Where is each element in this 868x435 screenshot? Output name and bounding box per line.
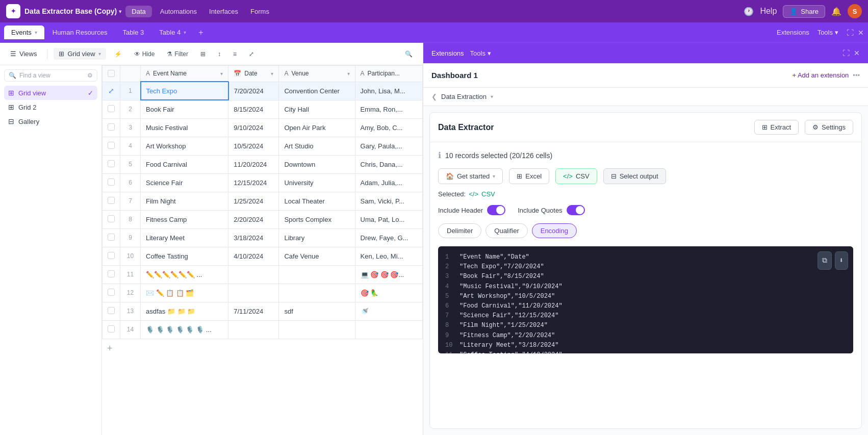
participants-cell[interactable]: Adam, Julia,... [355, 173, 422, 192]
participants-cell[interactable]: 💻 🎯 🎯 🎯... [355, 265, 422, 284]
forms-nav-link[interactable]: Forms [246, 6, 273, 17]
table-row[interactable]: 13asdfas 📁 📁 📁7/11/2024sdf🚿 [103, 302, 423, 320]
venue-cell[interactable]: Art Studio [279, 137, 355, 155]
row-checkbox[interactable] [108, 160, 115, 167]
event-name-cell[interactable]: Music Festival [141, 118, 228, 137]
breadcrumb-chevron-down[interactable]: ▾ [491, 94, 493, 99]
table-row[interactable]: 6Science Fair12/15/2024UniversityAdam, J… [103, 173, 423, 192]
include-quotes-toggle[interactable] [567, 205, 585, 215]
settings-button[interactable]: ⚙ Settings [805, 120, 853, 135]
row-checkbox[interactable] [108, 289, 115, 296]
expand-button[interactable]: ⤢ [245, 48, 258, 60]
venue-cell[interactable]: Cafe Venue [279, 247, 355, 265]
table-row[interactable]: 9Literary Meet3/18/2024LibraryDrew, Faye… [103, 228, 423, 247]
table-row[interactable]: 2Book Fair8/15/2024City HallEmma, Ron,..… [103, 100, 423, 118]
date-cell[interactable]: 7/11/2024 [228, 302, 279, 320]
date-cell[interactable]: 3/18/2024 [228, 228, 279, 247]
venue-cell[interactable]: Open Air Park [279, 118, 355, 137]
ext-maximize-icon[interactable]: ⛶ [843, 49, 850, 57]
event-name-cell[interactable]: ✏️✏️✏️✏️✏️✏️ ... [141, 265, 228, 284]
participants-cell[interactable]: John, Lisa, M... [355, 82, 422, 100]
venue-col-chevron[interactable]: ▾ [347, 71, 350, 76]
extensions-label[interactable]: Extensions [777, 29, 809, 36]
table-row[interactable]: ⤢1Tech Expo7/20/2024Convention CenterJoh… [103, 82, 423, 100]
date-cell[interactable]: 7/20/2024 [228, 82, 279, 100]
table-row[interactable]: 14🎙️ 🎙️ 🎙️ 🎙️ 🎙️ 🎙️ ... [103, 320, 423, 339]
table4-more-chevron[interactable]: ▾ [184, 30, 186, 35]
header-venue[interactable]: A Venue ▾ [279, 66, 355, 82]
app-title-chevron[interactable]: ▾ [119, 9, 121, 14]
venue-cell[interactable]: Sports Complex [279, 210, 355, 228]
views-toggle-button[interactable]: ☰ Views [6, 48, 41, 60]
delimiter-button[interactable]: Delimiter [438, 223, 481, 238]
table3-tab[interactable]: Table 3 [115, 25, 151, 39]
venue-cell[interactable]: University [279, 173, 355, 192]
event-name-cell[interactable]: Fitness Camp [141, 210, 228, 228]
maximize-icon[interactable]: ⛶ [847, 29, 854, 37]
participants-cell[interactable]: Uma, Pat, Lo... [355, 210, 422, 228]
tools-header-button[interactable]: Tools ▾ [470, 49, 491, 57]
participants-cell[interactable]: Gary, Paula,... [355, 137, 422, 155]
tools-button[interactable]: Tools ▾ [818, 29, 838, 36]
venue-cell[interactable] [279, 265, 355, 284]
event-name-cell[interactable]: Tech Expo [141, 82, 228, 100]
app-logo[interactable]: ✦ [6, 4, 20, 18]
table-row[interactable]: 8Fitness Camp2/20/2024Sports ComplexUma,… [103, 210, 423, 228]
date-cell[interactable]: 11/20/2024 [228, 155, 279, 173]
table-row[interactable]: 12✉️ ✏️ 📋 📋 🗂️🎯 🦜 [103, 284, 423, 302]
select-output-button[interactable]: ⊟ Select output [603, 168, 666, 184]
help-btn[interactable]: Help [760, 7, 777, 16]
event-name-cell[interactable]: asdfas 📁 📁 📁 [141, 302, 228, 320]
venue-cell[interactable] [279, 284, 355, 302]
share-button[interactable]: 👤 Share [783, 5, 825, 18]
row-checkbox[interactable] [108, 325, 115, 332]
row-height-button[interactable]: ≡ [229, 48, 241, 60]
events-tab-chevron[interactable]: ▾ [35, 30, 37, 35]
venue-cell[interactable] [279, 320, 355, 339]
encoding-button[interactable]: Encoding [532, 223, 577, 238]
venue-cell[interactable]: Local Theater [279, 192, 355, 210]
date-cell[interactable] [228, 265, 279, 284]
download-code-button[interactable]: ⬇ [835, 251, 848, 270]
row-checkbox[interactable] [108, 270, 115, 277]
table4-tab[interactable]: Table 4 ▾ [152, 25, 193, 39]
extensions-header-title[interactable]: Extensions [431, 49, 464, 57]
event-name-col-chevron[interactable]: ▾ [220, 71, 223, 76]
table-row[interactable]: 7Film Night1/25/2024Local TheaterSam, Vi… [103, 192, 423, 210]
header-participants[interactable]: A Participan... [355, 66, 422, 82]
sort-button[interactable]: ↕ [214, 48, 225, 60]
row-checkbox[interactable] [108, 178, 115, 186]
expand-row-icon[interactable]: ⤢ [108, 87, 114, 95]
event-name-cell[interactable]: Food Carnival [141, 155, 228, 173]
hide-fields-button[interactable]: 👁 Hide [130, 48, 159, 60]
event-name-cell[interactable]: Science Fair [141, 173, 228, 192]
date-cell[interactable]: 12/15/2024 [228, 173, 279, 192]
header-date[interactable]: 📅 Date ▾ [228, 66, 279, 82]
participants-cell[interactable]: 🎯 🦜 [355, 284, 422, 302]
include-header-toggle[interactable] [487, 205, 505, 215]
event-name-cell[interactable]: Film Night [141, 192, 228, 210]
notifications-icon[interactable]: 🔔 [831, 7, 841, 16]
human-resources-tab[interactable]: Human Resources [45, 25, 115, 39]
date-col-chevron[interactable]: ▾ [271, 71, 273, 76]
select-all-checkbox[interactable] [108, 70, 115, 77]
table-row[interactable]: 3Music Festival9/10/2024Open Air ParkAmy… [103, 118, 423, 137]
row-checkbox[interactable] [108, 197, 115, 204]
filter-button[interactable]: ⚗ Filter [163, 48, 192, 60]
group-button[interactable]: ⊞ [196, 48, 210, 60]
breadcrumb-collapse-icon[interactable]: ❮ [431, 93, 437, 100]
grid-view-item[interactable]: ⊞ Grid view ✓ [4, 86, 97, 100]
excel-button[interactable]: ⊞ Excel [509, 168, 549, 184]
dashboard-more-button[interactable]: ••• [853, 71, 860, 79]
participants-cell[interactable]: Drew, Faye, G... [355, 228, 422, 247]
date-cell[interactable]: 8/15/2024 [228, 100, 279, 118]
event-name-cell[interactable]: Art Workshop [141, 137, 228, 155]
table-row[interactable]: 11✏️✏️✏️✏️✏️✏️ ...💻 🎯 🎯 🎯... [103, 265, 423, 284]
table-row[interactable]: 5Food Carnival11/20/2024DowntownChris, D… [103, 155, 423, 173]
row-checkbox[interactable] [108, 234, 115, 241]
date-cell[interactable]: 10/5/2024 [228, 137, 279, 155]
events-tab[interactable]: Events ▾ [4, 25, 44, 39]
participants-cell[interactable]: Emma, Ron,... [355, 100, 422, 118]
view-settings-icon[interactable]: ⚙ [87, 72, 93, 79]
row-checkbox[interactable] [108, 307, 115, 314]
